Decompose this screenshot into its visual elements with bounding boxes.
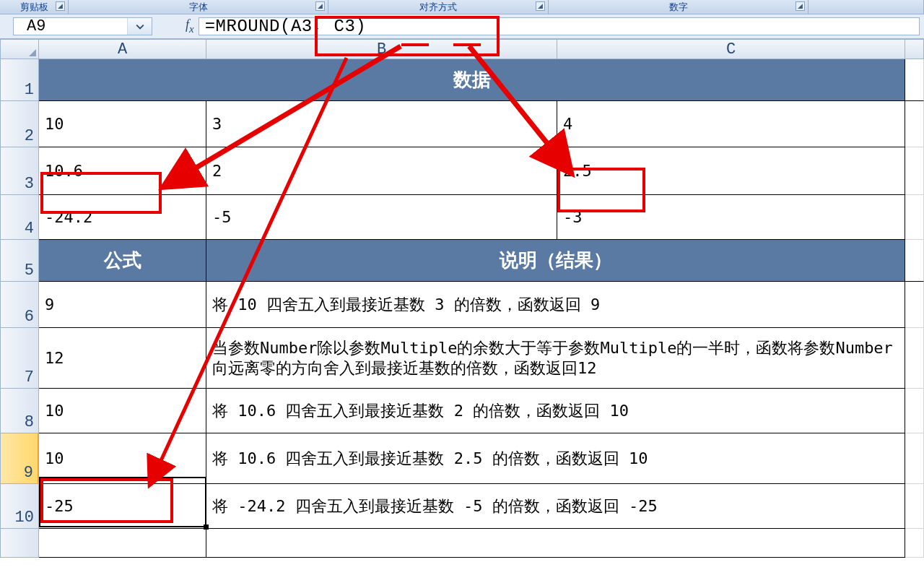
select-all-corner[interactable] bbox=[0, 39, 39, 59]
name-box[interactable]: A9 bbox=[13, 17, 152, 35]
ribbon-group-label: 字体 bbox=[189, 1, 208, 14]
cell-C2[interactable]: 4 bbox=[557, 101, 905, 147]
cell-A4[interactable]: -24.2 bbox=[39, 195, 206, 240]
ribbon-group-alignment[interactable]: 对齐方式 ◢ bbox=[328, 0, 549, 14]
ribbon-group-label: 对齐方式 bbox=[419, 1, 457, 14]
col-header-B[interactable]: B bbox=[206, 39, 557, 59]
row-header-9[interactable]: 9 bbox=[0, 433, 39, 484]
row-header-7[interactable]: 7 bbox=[0, 328, 39, 389]
row-header-10[interactable]: 10 bbox=[0, 484, 39, 529]
row-9: 9 10 将 10.6 四舍五入到最接近基数 2.5 的倍数，函数返回 10 bbox=[0, 433, 924, 484]
name-box-dropdown[interactable] bbox=[127, 18, 152, 35]
col-header-rest bbox=[905, 39, 924, 59]
col-header-C[interactable]: C bbox=[557, 39, 905, 59]
row-3: 3 10.6 2 2.5 bbox=[0, 147, 924, 195]
row-header-8[interactable]: 8 bbox=[0, 389, 39, 433]
cell-B3[interactable]: 2 bbox=[206, 147, 557, 195]
row-4: 4 -24.2 -5 -3 bbox=[0, 195, 924, 240]
row-2: 2 10 3 4 bbox=[0, 101, 924, 147]
row-11 bbox=[0, 529, 924, 558]
cell-A1[interactable]: 数据 bbox=[39, 59, 905, 101]
fx-icon[interactable]: fx bbox=[181, 17, 199, 35]
ribbon-group-font[interactable]: 字体 ◢ bbox=[69, 0, 328, 14]
row-8: 8 10 将 10.6 四舍五入到最接近基数 2 的倍数，函数返回 10 bbox=[0, 389, 924, 433]
dialog-launcher-icon[interactable]: ◢ bbox=[56, 1, 65, 11]
dialog-launcher-icon[interactable]: ◢ bbox=[796, 1, 805, 11]
ribbon-group-label: 数字 bbox=[669, 1, 688, 14]
cell-A6[interactable]: 9 bbox=[39, 282, 206, 328]
cell-C3[interactable]: 2.5 bbox=[557, 147, 905, 195]
cell-B5[interactable]: 说明（结果） bbox=[206, 240, 905, 282]
ribbon-group-label: 剪贴板 bbox=[20, 1, 48, 14]
cell-B7[interactable]: 当参数Number除以参数Multiple的余数大于等于参数Multiple的一… bbox=[206, 328, 905, 389]
formula-bar: A9 fx =MROUND(A3, C3) bbox=[0, 14, 924, 39]
row-7: 7 12 当参数Number除以参数Multiple的余数大于等于参数Multi… bbox=[0, 328, 924, 389]
cell-A8[interactable]: 10 bbox=[39, 389, 206, 433]
cell-B4[interactable]: -5 bbox=[206, 195, 557, 240]
row-1: 1 数据 bbox=[0, 59, 924, 101]
formula-bar-buttons: fx bbox=[181, 17, 199, 35]
row-header-2[interactable]: 2 bbox=[0, 101, 39, 147]
chevron-down-icon bbox=[136, 22, 144, 31]
cell-B6[interactable]: 将 10 四舍五入到最接近基数 3 的倍数，函数返回 9 bbox=[206, 282, 905, 328]
dialog-launcher-icon[interactable]: ◢ bbox=[536, 1, 545, 11]
row-5: 5 公式 说明（结果） bbox=[0, 240, 924, 282]
row-header-11[interactable] bbox=[0, 529, 39, 558]
row-header-5[interactable]: 5 bbox=[0, 240, 39, 282]
formula-input[interactable]: =MROUND(A3, C3) bbox=[199, 17, 920, 35]
spreadsheet-grid[interactable]: A B C 1 数据 2 10 3 4 3 10.6 bbox=[0, 39, 924, 583]
cell-A5[interactable]: 公式 bbox=[39, 240, 206, 282]
ribbon-group-number[interactable]: 数字 ◢ bbox=[549, 0, 808, 14]
row-6: 6 9 将 10 四舍五入到最接近基数 3 的倍数，函数返回 9 bbox=[0, 282, 924, 328]
cell-A2[interactable]: 10 bbox=[39, 101, 206, 147]
row-header-3[interactable]: 3 bbox=[0, 147, 39, 195]
column-headers: A B C bbox=[0, 39, 924, 59]
cell-A10[interactable]: -25 bbox=[39, 484, 206, 529]
cell-B9[interactable]: 将 10.6 四舍五入到最接近基数 2.5 的倍数，函数返回 10 bbox=[206, 433, 905, 484]
rows: 1 数据 2 10 3 4 3 10.6 2 2.5 4 bbox=[0, 59, 924, 558]
cell-B2[interactable]: 3 bbox=[206, 101, 557, 147]
cell-B11[interactable] bbox=[206, 529, 905, 558]
row-header-1[interactable]: 1 bbox=[0, 59, 39, 101]
cell-A9[interactable]: 10 bbox=[39, 433, 206, 484]
cell-B8[interactable]: 将 10.6 四舍五入到最接近基数 2 的倍数，函数返回 10 bbox=[206, 389, 905, 433]
cell-A7[interactable]: 12 bbox=[39, 328, 206, 389]
row-10: 10 -25 将 -24.2 四舍五入到最接近基数 -5 的倍数，函数返回 -2… bbox=[0, 484, 924, 529]
cell-A11[interactable] bbox=[39, 529, 206, 558]
col-header-A[interactable]: A bbox=[39, 39, 206, 59]
cell-B10[interactable]: 将 -24.2 四舍五入到最接近基数 -5 的倍数，函数返回 -25 bbox=[206, 484, 905, 529]
ribbon-group-labels: 剪贴板 ◢ 字体 ◢ 对齐方式 ◢ 数字 ◢ bbox=[0, 0, 924, 14]
row-header-6[interactable]: 6 bbox=[0, 282, 39, 328]
ribbon-group-rest bbox=[808, 0, 924, 14]
row-header-4[interactable]: 4 bbox=[0, 195, 39, 240]
dialog-launcher-icon[interactable]: ◢ bbox=[315, 1, 325, 11]
name-box-value: A9 bbox=[14, 17, 127, 35]
cell-A3[interactable]: 10.6 bbox=[39, 147, 206, 195]
formula-text: =MROUND(A3, C3) bbox=[205, 17, 367, 36]
ribbon-group-clipboard[interactable]: 剪贴板 ◢ bbox=[0, 0, 69, 14]
cell-C4[interactable]: -3 bbox=[557, 195, 905, 240]
